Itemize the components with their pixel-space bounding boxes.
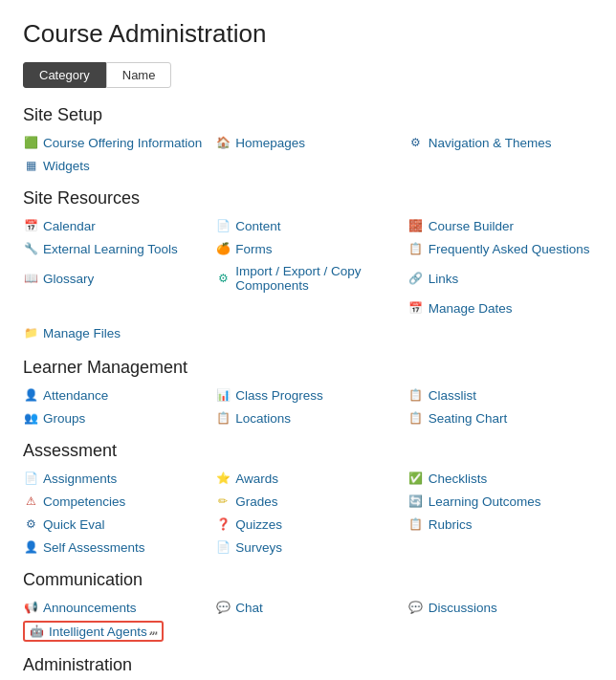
link-forms[interactable]: 🍊 Forms (215, 239, 400, 258)
link-content[interactable]: 📄 Content (215, 216, 400, 235)
link-external-learning-tools[interactable]: 🔧 External Learning Tools (23, 239, 208, 258)
manage-files-icon: 📁 (23, 325, 38, 340)
link-seating-chart[interactable]: 📋 Seating Chart (408, 408, 593, 428)
grades-label: Grades (235, 494, 277, 509)
link-course-offering-information[interactable]: 🟩 Course Offering Information (23, 133, 208, 152)
site-resources-grid: 📅 Calendar 📄 Content 🧱 Course Builder 🔧 … (23, 216, 593, 318)
self-assessments-icon: 👤 (23, 539, 38, 555)
section-title-learner-management: Learner Management (23, 358, 593, 378)
chat-label: Chat (235, 601, 263, 615)
section-title-administration: Administration (23, 655, 593, 675)
link-navigation-themes[interactable]: ⚙ Navigation & Themes (408, 133, 593, 152)
link-grades[interactable]: ✏ Grades (215, 492, 400, 511)
locations-icon: 📋 (215, 410, 231, 426)
intelligent-agents-icon: 🤖 (29, 624, 44, 639)
link-learning-outcomes[interactable]: 🔄 Learning Outcomes (408, 492, 593, 511)
import-export-icon: ⚙ (215, 271, 231, 286)
self-assessments-label: Self Assessments (43, 540, 145, 555)
learner-management-grid: 👤 Attendance 📊 Class Progress 📋 Classlis… (23, 385, 593, 428)
groups-label: Groups (43, 411, 85, 426)
rubrics-label: Rubrics (429, 517, 473, 532)
intelligent-agents-label: Intelligent Agents (49, 625, 147, 639)
course-offering-label: Course Offering Information (43, 136, 202, 150)
groups-icon: 👥 (23, 410, 38, 426)
section-communication: Communication 📢 Announcements 💬 Chat 💬 D… (23, 570, 593, 642)
link-discussions[interactable]: 💬 Discussions (408, 598, 593, 617)
link-homepages[interactable]: 🏠 Homepages (215, 133, 400, 152)
assignments-icon: 📄 (23, 471, 38, 486)
surveys-label: Surveys (235, 540, 282, 555)
checklists-label: Checklists (429, 472, 488, 486)
rubrics-icon: 📋 (408, 516, 424, 532)
glossary-icon: 📖 (23, 271, 38, 286)
link-widgets[interactable]: ▦ Widgets (23, 156, 208, 175)
link-rubrics[interactable]: 📋 Rubrics (408, 515, 593, 534)
link-surveys[interactable]: 📄 Surveys (215, 537, 400, 557)
assessment-grid: 📄 Assignments ⭐ Awards ✅ Checklists ⚠ Co… (23, 469, 593, 557)
cursor-hover: 𝓂 (149, 625, 158, 638)
section-assessment: Assessment 📄 Assignments ⭐ Awards ✅ Chec… (23, 441, 593, 557)
class-progress-label: Class Progress (235, 388, 323, 403)
link-awards[interactable]: ⭐ Awards (215, 469, 400, 488)
widgets-label: Widgets (43, 159, 90, 173)
manage-files-label: Manage Files (43, 326, 121, 340)
section-title-site-setup: Site Setup (23, 105, 593, 125)
tab-name[interactable]: Name (106, 62, 172, 88)
link-groups[interactable]: 👥 Groups (23, 408, 208, 428)
link-quick-eval[interactable]: ⚙ Quick Eval (23, 515, 208, 534)
link-classlist[interactable]: 📋 Classlist (408, 385, 593, 405)
link-chat[interactable]: 💬 Chat (215, 598, 400, 617)
link-locations[interactable]: 📋 Locations (215, 408, 400, 428)
navigation-themes-icon: ⚙ (408, 135, 424, 150)
forms-label: Forms (235, 242, 272, 256)
link-glossary[interactable]: 📖 Glossary (23, 262, 208, 295)
quick-eval-icon: ⚙ (23, 516, 38, 532)
section-administration: Administration 🔗 Broken Links ◆ Course R… (23, 655, 593, 680)
link-manage-files[interactable]: 📁 Manage Files (23, 323, 121, 342)
content-icon: 📄 (215, 218, 231, 233)
link-import-export[interactable]: ⚙ Import / Export / Copy Components (215, 262, 400, 295)
competencies-label: Competencies (43, 494, 125, 509)
link-faq[interactable]: 📋 Frequently Asked Questions (408, 239, 593, 258)
forms-icon: 🍊 (215, 241, 231, 256)
link-links[interactable]: 🔗 Links (408, 262, 593, 295)
assignments-label: Assignments (43, 472, 117, 486)
faq-icon: 📋 (408, 241, 424, 256)
section-site-setup: Site Setup 🟩 Course Offering Information… (23, 105, 593, 175)
section-title-site-resources: Site Resources (23, 188, 593, 208)
section-title-communication: Communication (23, 570, 593, 590)
page-title: Course Administration (23, 19, 593, 49)
announcements-label: Announcements (43, 601, 137, 615)
tab-category[interactable]: Category (23, 62, 106, 88)
navigation-themes-label: Navigation & Themes (429, 136, 552, 150)
surveys-icon: 📄 (215, 539, 231, 555)
quick-eval-label: Quick Eval (43, 517, 105, 532)
links-label: Links (429, 272, 459, 286)
link-checklists[interactable]: ✅ Checklists (408, 469, 593, 488)
link-calendar[interactable]: 📅 Calendar (23, 216, 208, 235)
homepages-icon: 🏠 (215, 135, 231, 150)
grades-icon: ✏ (215, 494, 231, 509)
link-quizzes[interactable]: ❓ Quizzes (215, 515, 400, 534)
manage-dates-label: Manage Dates (429, 301, 513, 316)
calendar-label: Calendar (43, 219, 96, 233)
link-intelligent-agents[interactable]: 🤖 Intelligent Agents (29, 624, 147, 639)
link-assignments[interactable]: 📄 Assignments (23, 469, 208, 488)
link-competencies[interactable]: ⚠ Competencies (23, 492, 208, 511)
site-setup-grid: 🟩 Course Offering Information 🏠 Homepage… (23, 133, 593, 175)
link-course-builder[interactable]: 🧱 Course Builder (408, 216, 593, 235)
course-builder-icon: 🧱 (408, 218, 424, 233)
link-announcements[interactable]: 📢 Announcements (23, 598, 208, 617)
intelligent-agents-highlight: 🤖 Intelligent Agents 𝓂 (23, 621, 164, 642)
glossary-label: Glossary (43, 272, 94, 286)
link-manage-dates[interactable]: 📅 Manage Dates (408, 298, 593, 318)
learning-outcomes-icon: 🔄 (408, 494, 424, 509)
competencies-icon: ⚠ (23, 494, 38, 509)
link-self-assessments[interactable]: 👤 Self Assessments (23, 537, 208, 557)
link-class-progress[interactable]: 📊 Class Progress (215, 385, 400, 405)
awards-label: Awards (235, 472, 278, 486)
seating-chart-label: Seating Chart (429, 411, 508, 426)
awards-icon: ⭐ (215, 471, 231, 486)
class-progress-icon: 📊 (215, 387, 231, 403)
link-attendance[interactable]: 👤 Attendance (23, 385, 208, 405)
